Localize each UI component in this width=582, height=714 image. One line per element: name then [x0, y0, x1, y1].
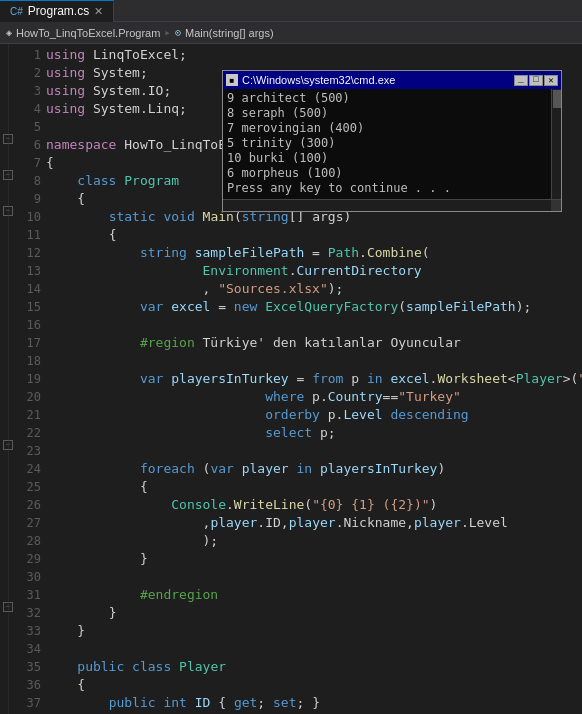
cmd-minimize-button[interactable]: _ — [514, 75, 528, 86]
code-line-37: public int ID { get; set; } — [46, 694, 582, 712]
cmd-maximize-button[interactable]: □ — [529, 75, 543, 86]
toolbar: ◈ HowTo_LinqToExcel.Program ▸ ⊙ Main(str… — [0, 22, 582, 44]
cmd-line-7: Press any key to continue . . . — [227, 181, 547, 196]
code-line-25: { — [46, 478, 582, 496]
code-line-12: string sampleFilePath = Path.Combine( — [46, 244, 582, 262]
code-line-1: using LinqToExcel; — [46, 46, 582, 64]
separator: ▸ — [164, 26, 171, 39]
code-line-33: } — [46, 622, 582, 640]
cmd-line-4: 5 trinity (300) — [227, 136, 547, 151]
tab-close-icon[interactable]: ✕ — [94, 5, 103, 18]
cmd-horizontal-scroll[interactable] — [223, 200, 551, 211]
tab-bar: C# Program.cs ✕ — [0, 0, 582, 22]
code-line-27: ,player.ID,player.Nickname,player.Level — [46, 514, 582, 532]
tab-program-cs[interactable]: C# Program.cs ✕ — [0, 0, 114, 22]
project-selector-icon: ◈ — [6, 27, 12, 39]
code-line-26: Console.WriteLine("{0} {1} ({2})") — [46, 496, 582, 514]
code-line-29: } — [46, 550, 582, 568]
code-line-23 — [46, 442, 582, 460]
file-icon: C# — [10, 6, 23, 17]
code-line-17: #region Türkiye' den katılanlar Oyuncula… — [46, 334, 582, 352]
cmd-line-6: 6 morpheus (100) — [227, 166, 547, 181]
code-line-15: var excel = new ExcelQueryFactory(sample… — [46, 298, 582, 316]
cmd-body: 9 architect (500) 8 seraph (500) 7 merov… — [223, 89, 551, 199]
cmd-title-left: ■ C:\Windows\system32\cmd.exe — [226, 74, 395, 86]
cmd-line-3: 7 merovingian (400) — [227, 121, 547, 136]
cmd-title-bar: ■ C:\Windows\system32\cmd.exe _ □ ✕ — [223, 71, 561, 89]
code-line-20: where p.Country=="Turkey" — [46, 388, 582, 406]
cmd-icon: ■ — [226, 74, 238, 86]
cmd-scroll-corner — [551, 200, 561, 211]
code-line-30 — [46, 568, 582, 586]
code-line-22: select p; — [46, 424, 582, 442]
cmd-scrollbar[interactable] — [551, 89, 561, 199]
code-line-36: { — [46, 676, 582, 694]
project-path[interactable]: HowTo_LinqToExcel.Program — [16, 27, 160, 39]
code-line-11: { — [46, 226, 582, 244]
cmd-line-1: 9 architect (500) — [227, 91, 547, 106]
editor-area: − − − − − 12345 678910 1112131415 161718… — [0, 44, 582, 714]
cmd-line-2: 8 seraph (500) — [227, 106, 547, 121]
code-line-18 — [46, 352, 582, 370]
cmd-bottom-bar — [223, 199, 561, 211]
cmd-window[interactable]: ■ C:\Windows\system32\cmd.exe _ □ ✕ 9 ar… — [222, 70, 562, 212]
cmd-scroll-thumb — [553, 90, 561, 108]
line-numbers: 12345 678910 1112131415 1617181920 21222… — [18, 44, 46, 714]
cmd-line-5: 10 burki (100) — [227, 151, 547, 166]
method-selector[interactable]: Main(string[] args) — [185, 27, 274, 39]
code-line-35: public class Player — [46, 658, 582, 676]
cmd-close-button[interactable]: ✕ — [544, 75, 558, 86]
code-line-19: var playersInTurkey = from p in excel.Wo… — [46, 370, 582, 388]
cmd-title-text: C:\Windows\system32\cmd.exe — [242, 74, 395, 86]
code-line-14: , "Sources.xlsx"); — [46, 280, 582, 298]
cmd-controls: _ □ ✕ — [514, 75, 558, 86]
ide-window: C# Program.cs ✕ ◈ HowTo_LinqToExcel.Prog… — [0, 0, 582, 714]
code-line-31: #endregion — [46, 586, 582, 604]
code-line-28: ); — [46, 532, 582, 550]
tab-label: Program.cs — [28, 4, 89, 18]
code-line-21: orderby p.Level descending — [46, 406, 582, 424]
code-line-34 — [46, 640, 582, 658]
code-line-13: Environment.CurrentDirectory — [46, 262, 582, 280]
code-line-32: } — [46, 604, 582, 622]
code-line-16 — [46, 316, 582, 334]
code-line-24: foreach (var player in playersInTurkey) — [46, 460, 582, 478]
method-icon: ⊙ — [175, 27, 181, 39]
collapse-gutter: − − − − − — [0, 44, 18, 714]
